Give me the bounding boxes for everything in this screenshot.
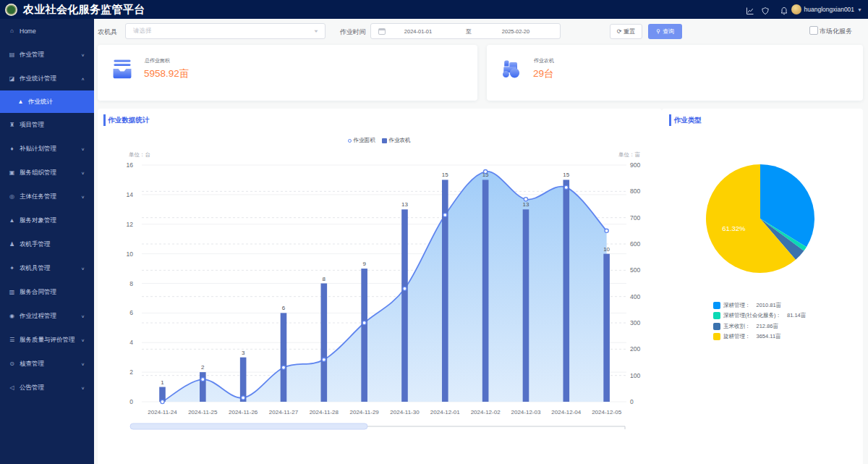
- svg-text:15: 15: [442, 172, 448, 178]
- sidebar-item-home[interactable]: ⌂Home: [0, 19, 94, 43]
- svg-text:400: 400: [630, 293, 640, 300]
- bell-icon[interactable]: [780, 5, 788, 14]
- sidebar-item-stats[interactable]: ◪作业统计管理∧: [0, 67, 94, 90]
- chevron-down-icon: ∨: [81, 313, 85, 318]
- pie-panel: 作业类型 61.32% 深耕管理：2010.81亩深耕管理(社会化服务)：81.…: [662, 109, 863, 464]
- svg-text:14: 14: [127, 191, 134, 198]
- svg-text:61.32%: 61.32%: [722, 224, 746, 232]
- svg-text:4: 4: [129, 339, 133, 346]
- sidebar-item-process[interactable]: ◉作业过程管理∨: [0, 304, 94, 328]
- svg-text:15: 15: [563, 172, 569, 178]
- sidebar-item-audit[interactable]: ⊙核查管理∨: [0, 352, 94, 376]
- svg-text:500: 500: [630, 266, 640, 274]
- sidebar-item-label: 补贴计划管理: [20, 145, 56, 153]
- tractor-stat-icon: [500, 57, 523, 80]
- sidebar-item-quality[interactable]: ☰服务质量与评价管理∨: [0, 328, 94, 352]
- sidebar-nav: ⌂Home▤作业管理∨◪作业统计管理∧▲作业统计♜项目管理♦补贴计划管理∨▣服务…: [0, 19, 94, 464]
- line-chart-icon[interactable]: [746, 5, 754, 14]
- chart-legend: 作业面积 作业农机: [98, 137, 660, 144]
- market-service-checkbox[interactable]: [809, 26, 818, 35]
- sidebar-item-chart[interactable]: ▲作业统计: [0, 90, 94, 113]
- pie-legend-item-3[interactable]: 旋耕管理：3654.11亩: [713, 332, 806, 342]
- svg-text:16: 16: [127, 161, 134, 169]
- svg-text:2024-11-28: 2024-11-28: [310, 409, 339, 416]
- sidebar-item-label: 公告管理: [20, 384, 44, 392]
- user-menu-chevron-icon[interactable]: ▼: [857, 7, 862, 12]
- stats-icon: ◪: [9, 75, 15, 82]
- svg-text:6: 6: [129, 309, 133, 316]
- pie-legend-name: 深耕管理(社会化服务)：: [723, 312, 781, 319]
- panel-title-marker: [103, 114, 106, 126]
- sidebar-item-contract[interactable]: ▥服务合同管理: [0, 280, 94, 304]
- sidebar-item-label: 作业管理: [20, 51, 44, 59]
- combo-chart[interactable]: 0246810121416010020030040050060070080090…: [98, 151, 660, 462]
- shield-icon[interactable]: [761, 5, 770, 14]
- sidebar-item-work[interactable]: ▤作业管理∨: [0, 43, 94, 67]
- search-icon: ⚲: [656, 28, 660, 35]
- select-chevron-icon: ▼: [313, 29, 319, 33]
- sidebar-item-label: 农机手管理: [20, 240, 51, 249]
- svg-text:6: 6: [282, 305, 286, 311]
- work-icon: ▤: [9, 51, 15, 58]
- sidebar-item-machine[interactable]: ✦农机具管理∨: [0, 256, 94, 280]
- reset-button[interactable]: ⟳重置: [610, 24, 642, 39]
- machine-select[interactable]: 请选择 ▼: [125, 23, 326, 39]
- search-button[interactable]: ⚲查询: [648, 24, 682, 39]
- svg-text:0: 0: [630, 398, 634, 405]
- pie-legend-item-2[interactable]: 玉米收割：212.86亩: [713, 321, 806, 332]
- sidebar-item-object[interactable]: ▲服务对象管理: [0, 208, 94, 232]
- sidebar-item-subsidy[interactable]: ♦补贴计划管理∨: [0, 137, 94, 161]
- notice-icon: ◁: [9, 384, 15, 391]
- svg-text:8: 8: [323, 276, 326, 282]
- date-range-picker[interactable]: 2024-01-01 至 2025-02-20: [370, 23, 561, 39]
- legend-square-icon: [382, 138, 387, 143]
- sidebar-item-label: 项目管理: [20, 121, 44, 130]
- sidebar-item-label: 服务组织管理: [20, 169, 56, 177]
- sidebar-item-task[interactable]: ◎主体任务管理∨: [0, 185, 94, 208]
- username[interactable]: huanglongxian001: [804, 6, 854, 13]
- audit-icon: ⊙: [9, 360, 15, 367]
- stat-value: 29台: [533, 67, 554, 80]
- stat-card-machines: 作业农机 29台: [487, 45, 863, 101]
- app-header: 农业社会化服务监管平台 huanglongxian001 ▼: [0, 0, 868, 19]
- svg-text:10: 10: [127, 250, 134, 258]
- sidebar-item-notice[interactable]: ◁公告管理∨: [0, 376, 94, 400]
- pie-legend-item-0[interactable]: 深耕管理：2010.81亩: [713, 300, 806, 311]
- chevron-down-icon: ∨: [81, 146, 85, 151]
- sidebar-item-project[interactable]: ♜项目管理: [0, 113, 94, 137]
- pie-legend-item-1[interactable]: 深耕管理(社会化服务)：81.14亩: [713, 311, 806, 321]
- svg-text:2024-12-04: 2024-12-04: [551, 409, 581, 416]
- pie-legend-value: 212.86亩: [757, 323, 778, 330]
- sidebar-item-label: 服务质量与评价管理: [20, 336, 75, 345]
- legend-item-machine[interactable]: 作业农机: [382, 137, 411, 144]
- sidebar-item-org[interactable]: ▣服务组织管理∨: [0, 161, 94, 185]
- stat-value: 5958.92亩: [144, 67, 189, 80]
- chevron-down-icon: ∨: [81, 170, 85, 174]
- project-icon: ♜: [9, 122, 15, 128]
- pie-legend-value: 2010.81亩: [757, 302, 782, 309]
- svg-text:100: 100: [630, 372, 640, 379]
- svg-text:2024-12-03: 2024-12-03: [511, 409, 541, 416]
- chevron-down-icon: ∨: [81, 385, 85, 389]
- sidebar-item-driver[interactable]: ♟农机手管理: [0, 232, 94, 256]
- pie-legend-value: 3654.11亩: [757, 333, 781, 340]
- pie-legend: 深耕管理：2010.81亩深耕管理(社会化服务)：81.14亩玉米收割：212.…: [713, 300, 806, 342]
- machine-filter-label: 农机具: [98, 28, 117, 37]
- svg-text:800: 800: [630, 187, 640, 195]
- date-end[interactable]: 2025-02-20: [487, 28, 545, 35]
- date-start[interactable]: 2024-01-01: [386, 28, 451, 35]
- svg-text:2: 2: [129, 368, 133, 376]
- legend-swatch: [713, 323, 720, 330]
- user-avatar[interactable]: [791, 4, 801, 14]
- legend-swatch: [713, 312, 720, 319]
- task-icon: ◎: [9, 193, 15, 200]
- chart-icon: ▲: [17, 98, 24, 105]
- sidebar-item-label: 作业过程管理: [20, 312, 56, 321]
- machine-select-placeholder: 请选择: [133, 27, 313, 35]
- sidebar-item-label: 作业统计管理: [20, 75, 56, 83]
- sidebar-item-label: 作业统计: [28, 98, 53, 106]
- legend-swatch: [713, 333, 720, 340]
- pie-chart[interactable]: 61.32%: [662, 130, 859, 297]
- legend-item-area[interactable]: 作业面积: [348, 137, 375, 144]
- chevron-down-icon: ∨: [81, 52, 85, 56]
